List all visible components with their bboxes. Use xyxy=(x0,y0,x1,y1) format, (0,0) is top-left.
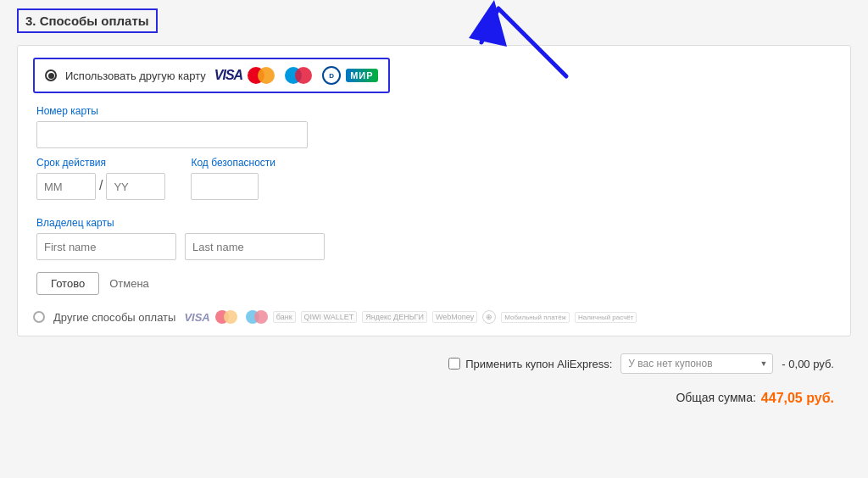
other-payment-row[interactable]: Другие способы оплаты VISA банк QIWI WAL… xyxy=(33,307,835,324)
card-logos: VISA D МИР xyxy=(214,66,378,85)
total-label: Общая сумма: xyxy=(676,391,755,406)
expiry-field-group: Срок действия / xyxy=(36,157,165,200)
expiry-fields: / xyxy=(36,173,165,200)
visa-sm-logo: VISA xyxy=(184,311,209,324)
mobile-payment-badge: Мобильный платёж xyxy=(501,312,570,323)
total-section: Общая сумма: 447,05 руб. xyxy=(17,391,834,406)
expiry-cvv-row: Срок действия / Код безопасности xyxy=(36,157,835,208)
payment-card: Использовать другую карту VISA D МИР xyxy=(17,45,851,336)
arrow-icon xyxy=(414,0,583,93)
cash-payment-badge: Наличный расчёт xyxy=(575,312,637,323)
card-number-label: Номер карты xyxy=(36,105,835,117)
other-logos: VISA банк QIWI WALLET Яндекс ДЕНЬГИ WebM… xyxy=(184,310,637,324)
use-other-card-label: Использовать другую карту xyxy=(65,69,206,82)
coupon-label-text: Применить купон AliExpress: xyxy=(465,358,612,370)
coupon-section: Применить купон AliExpress: У вас нет ку… xyxy=(17,353,834,374)
section-title: 3. Способы оплаты xyxy=(17,8,158,33)
card-number-field-group: Номер карты xyxy=(36,105,835,148)
radio-selected xyxy=(45,69,57,81)
coupon-checkbox-label[interactable]: Применить купон AliExpress: xyxy=(448,358,612,370)
svg-marker-0 xyxy=(469,0,507,47)
qiwi-wallet-badge: QIWI WALLET xyxy=(301,311,358,323)
expiry-mm-input[interactable] xyxy=(36,173,96,200)
cvv-input[interactable] xyxy=(191,173,259,200)
card-number-input[interactable] xyxy=(36,121,308,148)
coupon-amount: - 0,00 руб. xyxy=(782,358,834,370)
cvv-field-group: Код безопасности xyxy=(191,157,275,200)
mc-sm-logo xyxy=(215,310,237,324)
coupon-select-wrapper: У вас нет купонов xyxy=(620,353,773,374)
coupon-checkbox[interactable] xyxy=(448,358,460,370)
expiry-slash: / xyxy=(99,178,103,195)
form-actions: Готово Отмена xyxy=(36,272,835,295)
coupon-select[interactable]: У вас нет купонов xyxy=(620,353,773,374)
last-name-input[interactable] xyxy=(185,233,325,260)
card-form: Номер карты Срок действия / Код безопасн… xyxy=(33,105,835,295)
cvv-label: Код безопасности xyxy=(191,157,275,169)
radio-other xyxy=(33,311,45,323)
bank-transfer-badge: банк xyxy=(273,311,296,323)
maestro-sm-logo xyxy=(246,310,268,324)
maestro-logo xyxy=(285,67,312,84)
visa-logo: VISA xyxy=(214,68,242,83)
cardholder-label: Владелец карты xyxy=(36,217,835,229)
webmoney-badge: WebMoney xyxy=(432,311,477,323)
cardholder-name-row xyxy=(36,233,835,260)
cancel-button[interactable]: Отмена xyxy=(109,277,149,290)
yandex-money-badge: Яндекс ДЕНЬГИ xyxy=(362,311,427,323)
use-other-card-option[interactable]: Использовать другую карту VISA D МИР xyxy=(33,58,390,93)
other-payment-label: Другие способы оплаты xyxy=(53,311,175,324)
mir-logo: МИР xyxy=(346,69,377,82)
mastercard-logo xyxy=(248,67,275,84)
cardholder-field-group: Владелец карты xyxy=(36,217,835,260)
total-amount: 447,05 руб. xyxy=(761,391,834,406)
done-button[interactable]: Готово xyxy=(36,272,99,295)
expiry-label: Срок действия xyxy=(36,157,165,169)
diners-logo: D xyxy=(322,66,341,85)
globe-icon: ⊕ xyxy=(482,310,496,324)
first-name-input[interactable] xyxy=(36,233,176,260)
expiry-yy-input[interactable] xyxy=(106,173,165,200)
